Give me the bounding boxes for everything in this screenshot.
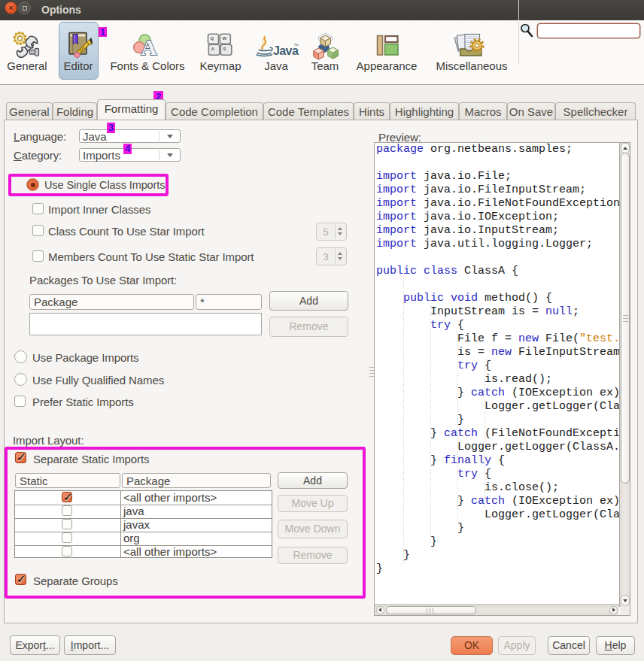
svg-text:™: ™ (293, 43, 299, 48)
svg-text:Q: Q (211, 36, 214, 41)
svg-text:A: A (211, 47, 215, 51)
svg-text:A: A (141, 35, 157, 59)
svg-text:W: W (223, 36, 227, 41)
svg-text:S: S (223, 47, 226, 51)
